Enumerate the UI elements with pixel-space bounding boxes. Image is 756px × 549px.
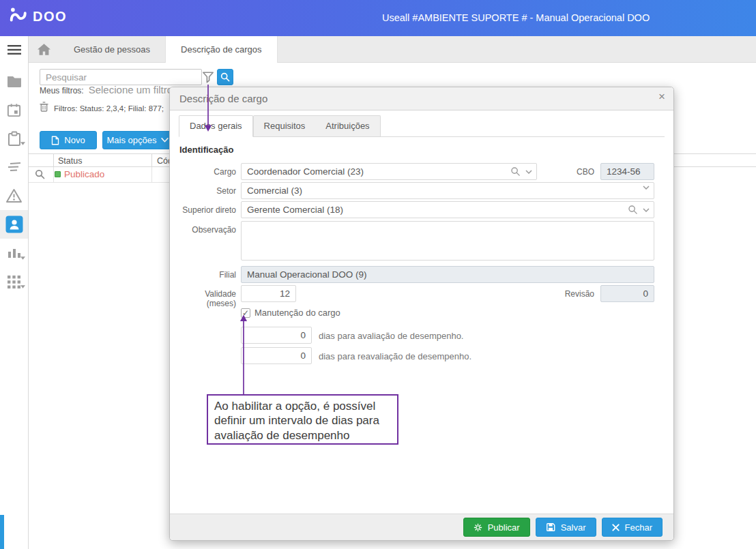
sort-lines-icon [6, 162, 23, 173]
validade-value: 12 [280, 288, 290, 299]
publicar-button[interactable]: Publicar [463, 518, 530, 537]
filter-button[interactable] [201, 70, 216, 85]
lookup-search-icon[interactable] [510, 166, 521, 177]
hamburger-icon [7, 44, 22, 56]
superior-direto-combobox[interactable]: Gerente Comercial (18) [241, 201, 654, 218]
sidebar-item-folder[interactable] [0, 67, 28, 95]
modal-tab-dados-gerais[interactable]: Dados gerais [179, 115, 253, 137]
revisao-label: Revisão [534, 289, 594, 299]
setor-label: Setor [179, 186, 236, 196]
validade-label: Validade (meses) [179, 289, 236, 308]
column-header-status[interactable]: Status [58, 156, 82, 166]
manutencao-checkbox-row[interactable]: ✓ Manutenção do cargo [241, 308, 340, 318]
row-search-icon[interactable] [35, 169, 45, 182]
sidebar-item-sort-lines[interactable] [0, 153, 28, 181]
fechar-label: Fechar [625, 522, 652, 533]
tab-label: Gestão de pessoas [74, 44, 150, 55]
section-identificacao: Identificação [179, 145, 233, 155]
dias-reavaliacao-input[interactable]: 0 [241, 347, 312, 364]
mais-opcoes-button[interactable]: Mais opções [102, 131, 173, 149]
mais-opcoes-label: Mais opções [107, 135, 157, 145]
manutencao-checkbox[interactable]: ✓ [241, 308, 250, 318]
descricao-de-cargo-modal: Descrição de cargo × Dados gerais Requis… [169, 87, 674, 541]
lookup-search-icon[interactable] [628, 205, 638, 215]
environment-title: Useall #AMBIENTE SUPORTE # - Manual Oper… [382, 0, 650, 36]
setor-value: Comercial (3) [247, 186, 302, 196]
calendar-icon [6, 102, 22, 118]
column-divider [151, 167, 152, 183]
revisao-value: 0 [643, 288, 648, 299]
clear-filters-trash-icon[interactable] [40, 102, 48, 115]
modal-tab-group: Requisitos Atribuições [253, 115, 381, 136]
logo-wave-icon [10, 7, 27, 26]
tab-gestao-de-pessoas[interactable]: Gestão de pessoas [59, 36, 165, 62]
support-slideout-tab[interactable] [0, 515, 4, 549]
sidebar-item-alerts[interactable] [0, 181, 28, 210]
clipboard-icon [7, 131, 22, 147]
sidebar [0, 36, 29, 549]
tab-label: Descrição de cargos [181, 44, 262, 55]
modal-tab-requisitos[interactable]: Requisitos [254, 116, 316, 137]
annotation-callout: Ao habilitar a opção, é possível definir… [207, 394, 398, 445]
screen: DOO Useall #AMBIENTE SUPORTE # - Manual … [0, 0, 756, 549]
meus-filtros-select[interactable]: Selecione um filtro [89, 84, 173, 95]
modal-tab-label: Requisitos [264, 121, 306, 131]
filial-value: Manual Operacional DOO (9) [247, 269, 367, 280]
filial-label: Filial [179, 270, 236, 280]
app-logo[interactable]: DOO [10, 7, 67, 26]
column-divider [53, 154, 54, 167]
sidebar-item-people-active[interactable] [0, 210, 28, 239]
page-tabbar: Gestão de pessoas Descrição de cargos [29, 36, 756, 63]
cargo-value: Coordenador Comercial (23) [247, 166, 364, 177]
modal-tabstrip: Dados gerais Requisitos Atribuições [179, 115, 665, 137]
modal-tab-label: Dados gerais [190, 121, 242, 131]
sidebar-item-clipboard[interactable] [0, 124, 28, 153]
validade-input[interactable]: 12 [241, 285, 296, 302]
modal-tab-label: Atribuições [325, 121, 369, 131]
sidebar-item-calendar[interactable] [0, 95, 28, 124]
sidebar-item-reports[interactable] [0, 239, 28, 267]
search-input[interactable] [40, 69, 202, 85]
cbo-label: CBO [534, 167, 594, 177]
publicar-label: Publicar [488, 522, 520, 533]
salvar-button[interactable]: Salvar [536, 518, 596, 537]
cargo-combobox[interactable]: Coordenador Comercial (23) [241, 163, 537, 180]
chevron-down-icon[interactable] [643, 208, 650, 212]
superior-direto-label: Superior direto [179, 205, 236, 215]
observacao-label: Observação [179, 225, 236, 235]
meus-filtros-label: Meus filtros: [40, 86, 84, 95]
salvar-label: Salvar [561, 522, 586, 533]
menu-toggle-button[interactable] [0, 36, 28, 63]
warning-triangle-icon [5, 188, 23, 203]
new-document-icon [51, 136, 59, 145]
chevron-down-icon[interactable] [525, 170, 532, 174]
sidebar-item-modules[interactable] [0, 267, 28, 296]
cbo-value: 1234-56 [607, 166, 641, 177]
modal-close-icon[interactable]: × [658, 91, 665, 102]
modal-tab-atribuicoes[interactable]: Atribuições [315, 116, 379, 137]
modal-header[interactable]: Descrição de cargo × [170, 87, 673, 110]
publish-sparkle-icon [474, 523, 482, 532]
folder-icon [6, 74, 23, 89]
setor-select[interactable]: Comercial (3) [241, 182, 654, 199]
chevron-down-icon [161, 138, 169, 143]
chevron-down-icon[interactable] [643, 186, 650, 190]
checkmark-icon: ✓ [242, 308, 249, 318]
modal-footer: Publicar Salvar Fechar [170, 514, 673, 540]
caret-down-icon [20, 250, 25, 263]
cargo-label: Cargo [179, 167, 236, 177]
observacao-textarea[interactable] [241, 221, 654, 261]
tab-descricao-de-cargos[interactable]: Descrição de cargos [165, 36, 278, 63]
dias-reavaliacao-text: dias para reavaliação de desempenho. [319, 351, 471, 361]
home-button[interactable] [29, 36, 59, 62]
search-button[interactable] [217, 69, 233, 85]
dias-avaliacao-input[interactable]: 0 [241, 327, 312, 344]
dias-avaliacao-value: 0 [300, 330, 306, 340]
revisao-field: 0 [600, 285, 654, 302]
home-icon [38, 44, 50, 55]
fechar-button[interactable]: Fechar [602, 518, 663, 537]
column-divider [151, 154, 152, 167]
novo-button[interactable]: Novo [40, 131, 97, 149]
active-filters-text: Filtros: Status: 2,3,4; Filial: 877; [54, 104, 164, 113]
funnel-icon [202, 71, 214, 83]
